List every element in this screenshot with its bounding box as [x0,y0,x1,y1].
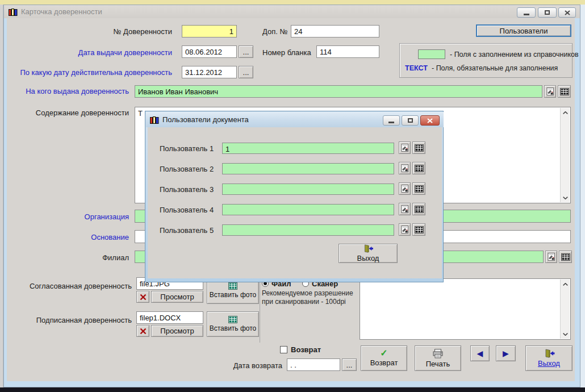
scroll-up-icon[interactable] [561,280,570,289]
taskbar-strip [0,387,585,392]
user4-table-button[interactable] [412,203,425,215]
agreed-view-button[interactable]: Просмотр [151,291,203,303]
basis-label: Основание [11,233,129,241]
insert-photo-label: Вставить фото [210,324,257,332]
table-icon [415,165,424,172]
issued-to-table-button[interactable] [558,85,571,98]
user5-lookup-button[interactable] [399,223,411,236]
exit-button[interactable]: Выход [525,345,573,371]
scroll-down-icon[interactable] [561,330,570,339]
user1-lookup-button[interactable] [399,141,411,154]
blank-number-field[interactable]: 114 [316,45,379,58]
desktop-strip-top [0,0,585,5]
table-icon [415,206,424,213]
return-date-field[interactable]: . . [287,358,340,371]
main-window-title: Карточка доверенности [21,7,102,16]
return-button[interactable]: ✓ Возврат [361,345,407,371]
main-frame-left [4,18,7,384]
user5-table-button[interactable] [412,223,425,236]
exit-door-icon [544,349,555,358]
user1-table-button[interactable] [412,141,425,154]
user4-label: Пользователь 4 [160,206,214,214]
return-date-browse-button[interactable]: ... [342,358,357,371]
user2-label: Пользователь 2 [160,165,214,173]
main-frame-right [575,18,580,384]
minimize-icon [388,122,394,123]
screen: Карточка доверенности № Доверенности 1 Д… [0,0,585,392]
issued-to-lookup-button[interactable] [544,85,556,98]
user2-table-button[interactable] [412,162,425,174]
valid-until-browse-button[interactable]: ... [239,66,253,78]
app-books-icon [9,8,18,16]
exit-button-label: Выход [538,359,560,368]
notes-scrollbar[interactable] [560,280,570,339]
legend-green-swatch [418,49,445,59]
legend-term-text: ТЕКСТ [405,64,428,72]
dop-number-field[interactable]: 24 [291,25,379,37]
lookup-icon [400,226,409,234]
lookup-icon [400,205,409,214]
print-button[interactable]: Печать [415,345,461,371]
main-titlebar[interactable]: Карточка доверенности [4,5,580,18]
user1-field[interactable]: 1 [222,143,394,154]
valid-until-field[interactable]: 31.12.2012 [182,66,237,78]
user5-field[interactable] [222,224,394,236]
content-text: Т [138,109,143,118]
check-icon: ✓ [380,349,387,357]
content-label: Содержание доверенности [11,109,129,117]
user4-lookup-button[interactable] [399,203,411,215]
insert-photo-label: Вставить фото [210,291,257,299]
print-button-label: Печать [426,360,450,368]
user3-table-button[interactable] [412,182,425,195]
number-label: № Доверенности [57,27,172,36]
issue-date-field[interactable]: 08.06.2012 [182,45,237,58]
signed-file-field[interactable]: filep1.DOCX [136,311,203,324]
arrow-right-icon: ▶ [503,349,509,358]
arrow-left-icon: ◀ [477,349,483,358]
main-minimize-button[interactable] [517,7,536,18]
section-divider [260,277,260,343]
user1-label: Пользователь 1 [160,144,214,153]
users-button[interactable]: Пользователи [476,24,571,37]
dialog-exit-button[interactable]: Выход [339,244,398,263]
user2-field[interactable] [222,163,394,174]
scroll-up-icon[interactable] [561,108,570,117]
table-icon [560,88,569,95]
signed-view-button[interactable]: Просмотр [151,325,203,337]
next-record-button[interactable]: ▶ [496,345,516,361]
legend-line2-text: - Поля, обязательные для заполнения [432,64,558,72]
main-frame-bottom [4,381,580,387]
delete-x-icon [140,294,147,301]
dialog-close-button[interactable] [420,115,440,126]
legend-panel: - Поля с заполнением из справочников ТЕК… [399,43,573,78]
dialog-minimize-button[interactable] [383,115,400,126]
number-field[interactable]: 1 [182,25,237,37]
lookup-icon [546,87,554,96]
issued-to-field[interactable]: Иванов Иван Иванович [135,85,542,98]
photo-table-icon [228,316,237,323]
table-icon [415,144,424,152]
signed-delete-button[interactable] [136,325,149,337]
main-maximize-button[interactable] [538,7,557,18]
main-close-button[interactable] [558,7,576,18]
close-icon [427,118,433,123]
return-date-label: Дата возврата [216,361,282,370]
branch-lookup-button[interactable] [545,251,557,263]
agreed-delete-button[interactable] [136,291,149,303]
users-dialog: Пользователи документа Пользователь 1 1 … [145,111,444,282]
organization-label: Организация [11,212,129,221]
return-checkbox[interactable] [280,346,287,353]
valid-until-label: По какую дату действительна доверенность [7,68,172,77]
user2-lookup-button[interactable] [399,162,411,174]
scroll-down-icon[interactable] [561,193,570,202]
dialog-maximize-button[interactable] [402,115,419,126]
branch-table-button[interactable] [559,251,572,263]
user3-lookup-button[interactable] [399,182,411,195]
signed-insert-photo-button[interactable]: Вставить фото [207,311,259,337]
content-scrollbar[interactable] [560,108,570,202]
issue-date-browse-button[interactable]: ... [239,45,253,58]
notes-textarea[interactable] [360,278,571,340]
user3-field[interactable] [222,184,394,195]
prev-record-button[interactable]: ◀ [470,345,490,361]
user4-field[interactable] [222,204,394,215]
